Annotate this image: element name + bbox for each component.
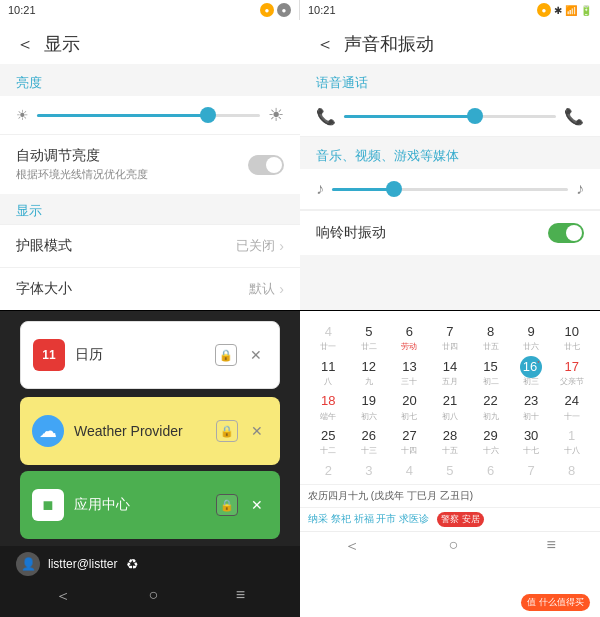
cal-header-8: 8 廿五 (470, 319, 511, 354)
sound-back-button[interactable]: ＜ (316, 32, 334, 56)
eye-mode-chevron: › (279, 238, 284, 254)
display-section-label: 显示 (0, 194, 300, 224)
cal-13[interactable]: 13 三十 (389, 354, 430, 389)
cal-27[interactable]: 27 十四 (389, 423, 430, 458)
switcher-bottom-bar: 👤 listter@listter ♻ ＜ ○ ≡ (0, 546, 300, 617)
vibration-row: 响铃时振动 (300, 210, 600, 255)
cal-11[interactable]: 11 八 (308, 354, 349, 389)
cal-1-next[interactable]: 1 十八 (551, 423, 592, 458)
calendar-nav-bar: ＜ ○ ≡ 值 什么值得买 (300, 531, 600, 561)
calendar-app-name: 日历 (75, 346, 215, 364)
font-size-row[interactable]: 字体大小 默认 › (0, 267, 300, 310)
cal-17[interactable]: 17 父亲节 (551, 354, 592, 389)
weather-app-card[interactable]: ☁ Weather Provider 🔒 ✕ (20, 397, 280, 465)
sound-title: 声音和振动 (344, 32, 434, 56)
vibration-toggle[interactable] (548, 223, 584, 243)
cal-12[interactable]: 12 九 (349, 354, 390, 389)
cal-20[interactable]: 20 初七 (389, 389, 430, 424)
cal-25[interactable]: 25 十二 (308, 423, 349, 458)
brightness-section-label: 亮度 (0, 64, 300, 96)
cal-header-4: 4 廿一 (308, 319, 349, 354)
eye-mode-row[interactable]: 护眼模式 已关闭 › (0, 224, 300, 267)
nav-home-btn[interactable]: ○ (138, 584, 168, 609)
cal-23[interactable]: 23 初十 (511, 389, 552, 424)
calendar-lock-icon[interactable]: 🔒 (215, 344, 237, 366)
cal-3-gray: 3 (349, 458, 390, 484)
weather-close-btn[interactable]: ✕ (246, 420, 268, 442)
display-title: 显示 (44, 32, 80, 56)
appstore-app-icon: ■ (32, 489, 64, 521)
left-status-icons: ● ● (260, 3, 291, 17)
brightness-row: ☀ ☀ (0, 96, 300, 134)
font-size-value: 默认 (249, 280, 275, 298)
cal-19[interactable]: 19 初六 (349, 389, 390, 424)
nav-recent-btn[interactable]: ≡ (226, 584, 255, 609)
auto-brightness-sub: 根据环境光线情况优化亮度 (16, 167, 148, 182)
cal-14[interactable]: 14 五月 (430, 354, 471, 389)
cal-16-today[interactable]: 16* 初三 (511, 354, 552, 389)
display-header: ＜ 显示 (0, 20, 300, 64)
appstore-close-btn[interactable]: ✕ (246, 494, 268, 516)
calendar-app-card[interactable]: 11 日历 🔒 ✕ (20, 321, 280, 389)
font-size-chevron: › (279, 281, 284, 297)
cal-8-gray: 8 (551, 458, 592, 484)
cal-18[interactable]: 18 端午 (308, 389, 349, 424)
calendar-footer: 纳采 祭祀 祈福 开市 求医诊 警察 安居 (300, 507, 600, 531)
voice-volume-row: 📞 📞 (300, 96, 600, 137)
lunar-info-text: 农历四月十九 (戊戌年 丁巳月 乙丑日) (300, 484, 600, 507)
cal-nav-recent[interactable]: ≡ (546, 536, 555, 557)
cal-5-gray: 5 (430, 458, 471, 484)
vibration-label: 响铃时振动 (316, 224, 386, 242)
brightness-high-icon: ☀ (268, 104, 284, 126)
cal-21[interactable]: 21 初八 (430, 389, 471, 424)
cal-header-6: 6 劳动 (389, 319, 430, 354)
weather-app-name: Weather Provider (74, 423, 216, 439)
music-high-icon: ♪ (576, 180, 584, 198)
auto-brightness-row: 自动调节亮度 根据环境光线情况优化亮度 (0, 134, 300, 194)
cal-28[interactable]: 28 十五 (430, 423, 471, 458)
cal-29[interactable]: 29 十六 (470, 423, 511, 458)
cal-24[interactable]: 24 十一 (551, 389, 592, 424)
cal-7-gray: 7 (511, 458, 552, 484)
appstore-lock-icon[interactable]: 🔒 (216, 494, 238, 516)
appstore-app-name: 应用中心 (74, 496, 216, 514)
app-switcher: 11 日历 🔒 ✕ ☁ Weather Provider 🔒 ✕ ■ (0, 311, 300, 617)
auto-brightness-label: 自动调节亮度 (16, 147, 148, 165)
phone-icon: 📞 (316, 107, 336, 126)
cal-header-10: 10 廿七 (551, 319, 592, 354)
appstore-app-card[interactable]: ■ 应用中心 🔒 ✕ (20, 471, 280, 539)
nav-back-btn[interactable]: ＜ (45, 584, 81, 609)
eye-mode-value: 已关闭 (236, 237, 275, 255)
auto-brightness-toggle[interactable] (248, 155, 284, 175)
calendar-section: 4 廿一 5 廿二 6 劳动 7 廿四 (300, 311, 600, 617)
left-time: 10:21 (8, 4, 36, 16)
media-volume-row: ♪ ♪ (300, 169, 600, 210)
cal-nav-home[interactable]: ○ (448, 536, 458, 557)
user-avatar: 👤 (16, 552, 40, 576)
eye-mode-label: 护眼模式 (16, 237, 72, 255)
calendar-close-btn[interactable]: ✕ (245, 344, 267, 366)
cal-22[interactable]: 22 初九 (470, 389, 511, 424)
right-time: 10:21 (308, 4, 336, 16)
back-button[interactable]: ＜ (16, 32, 34, 56)
brightness-slider[interactable] (37, 105, 260, 125)
voice-volume-slider[interactable] (344, 106, 556, 126)
cal-header-7: 7 廿四 (430, 319, 471, 354)
cal-26[interactable]: 26 十三 (349, 423, 390, 458)
cal-30[interactable]: 30 十七 (511, 423, 552, 458)
alert-badge: 警察 安居 (437, 512, 484, 527)
weather-lock-icon[interactable]: 🔒 (216, 420, 238, 442)
font-size-label: 字体大小 (16, 280, 72, 298)
cal-15[interactable]: 15 初二 (470, 354, 511, 389)
music-icon: ♪ (316, 180, 324, 198)
calendar-app-icon: 11 (33, 339, 65, 371)
cal-header-9: 9 廿六 (511, 319, 552, 354)
phone-high-icon: 📞 (564, 107, 584, 126)
values-badge: 值 什么值得买 (521, 594, 590, 611)
right-status-icons: ● ✱ 📶 🔋 (537, 3, 592, 17)
cal-4-gray: 4 (389, 458, 430, 484)
media-section-label: 音乐、视频、游戏等媒体 (300, 137, 600, 169)
cal-nav-back[interactable]: ＜ (344, 536, 360, 557)
media-volume-slider[interactable] (332, 179, 568, 199)
calendar-footer-link1[interactable]: 纳采 祭祀 祈福 开市 求医诊 (308, 512, 429, 527)
